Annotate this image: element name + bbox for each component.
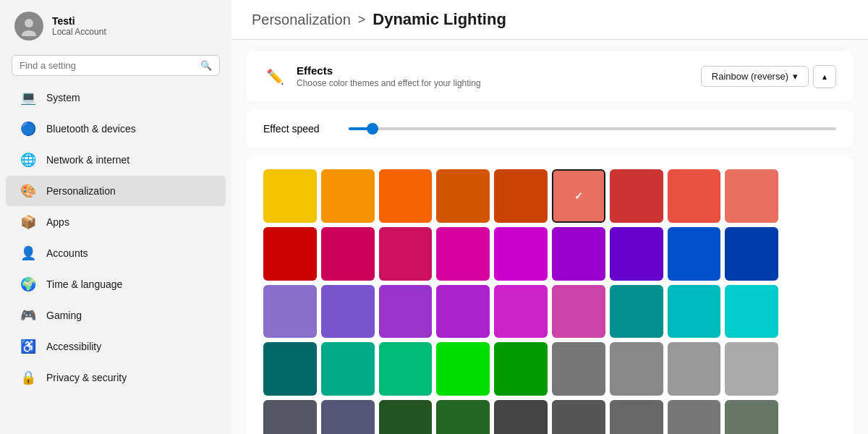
nav-item-apps[interactable]: 📦 Apps	[6, 207, 226, 237]
effects-text: Effects Choose color themes and effect f…	[297, 64, 481, 88]
color-swatch[interactable]	[263, 169, 317, 223]
color-swatch[interactable]	[668, 285, 721, 339]
search-icon: 🔍	[200, 60, 212, 71]
color-swatch[interactable]	[263, 227, 317, 281]
nav-label-network: Network & internet	[46, 154, 129, 166]
nav-icon-bluetooth: 🔵	[20, 121, 36, 137]
color-swatch[interactable]	[321, 400, 375, 434]
color-swatch[interactable]	[494, 342, 548, 396]
slider-container	[349, 127, 836, 130]
nav-item-privacy[interactable]: 🔒 Privacy & security	[6, 362, 226, 393]
speed-label: Effect speed	[263, 123, 320, 135]
color-swatch[interactable]	[552, 285, 605, 339]
color-swatch[interactable]	[263, 342, 317, 396]
sidebar: Testi Local Account 🔍 💻 System 🔵 Bluetoo…	[0, 0, 231, 434]
user-name: Testi	[52, 15, 106, 27]
user-profile: Testi Local Account	[0, 0, 231, 52]
color-swatch[interactable]	[379, 169, 433, 223]
color-swatch[interactable]	[436, 285, 490, 339]
nav-label-privacy: Privacy & security	[46, 372, 127, 383]
user-subtitle: Local Account	[52, 27, 106, 37]
color-swatch[interactable]	[494, 400, 548, 434]
nav-label-bluetooth: Bluetooth & devices	[46, 123, 136, 135]
search-box[interactable]: 🔍	[12, 55, 220, 76]
nav-label-accessibility: Accessibility	[46, 341, 101, 352]
slider-thumb[interactable]	[367, 123, 378, 135]
color-swatch[interactable]	[725, 400, 778, 434]
color-swatch[interactable]	[725, 285, 778, 339]
color-swatch[interactable]	[263, 400, 317, 434]
breadcrumb-parent: Personalization	[252, 12, 351, 28]
chevron-up-icon: ▴	[822, 72, 827, 82]
color-swatch[interactable]	[552, 169, 605, 223]
color-swatch[interactable]	[379, 227, 433, 281]
color-swatch[interactable]	[610, 227, 663, 281]
breadcrumb: Personalization > Dynamic Lighting	[231, 0, 868, 40]
color-swatch[interactable]	[552, 227, 605, 281]
nav-icon-network: 🌐	[20, 152, 36, 168]
color-swatch[interactable]	[668, 342, 721, 396]
color-swatch[interactable]	[610, 400, 663, 434]
color-swatch[interactable]	[610, 342, 663, 396]
color-swatch[interactable]	[436, 227, 490, 281]
nav-item-gaming[interactable]: 🎮 Gaming	[6, 300, 226, 331]
color-swatch[interactable]	[321, 227, 375, 281]
color-swatch[interactable]	[436, 342, 490, 396]
nav-item-personalization[interactable]: 🎨 Personalization	[6, 176, 226, 206]
color-swatch[interactable]	[436, 169, 490, 223]
color-swatch[interactable]	[610, 169, 663, 223]
color-swatch[interactable]	[321, 285, 375, 339]
effects-right: Rainbow (reverse) ▾ ▴	[701, 65, 836, 88]
color-swatch[interactable]	[610, 285, 663, 339]
color-swatch[interactable]	[379, 285, 433, 339]
nav-item-system[interactable]: 💻 System	[6, 82, 226, 113]
breadcrumb-arrow: >	[358, 12, 366, 27]
speed-slider[interactable]	[349, 127, 836, 130]
nav-item-accessibility[interactable]: ♿ Accessibility	[6, 331, 226, 362]
nav-icon-apps: 📦	[20, 214, 36, 230]
effects-dropdown-label: Rainbow (reverse)	[712, 71, 788, 82]
color-swatch[interactable]	[494, 169, 548, 223]
collapse-button[interactable]: ▴	[813, 65, 836, 88]
color-swatch[interactable]	[725, 342, 778, 396]
color-swatch[interactable]	[263, 285, 317, 339]
main-content: Personalization > Dynamic Lighting ✏️ Ef…	[231, 0, 868, 434]
color-swatch[interactable]	[552, 342, 605, 396]
nav-item-bluetooth[interactable]: 🔵 Bluetooth & devices	[6, 114, 226, 144]
color-swatch[interactable]	[494, 285, 548, 339]
color-swatch[interactable]	[725, 169, 778, 223]
nav-label-accounts: Accounts	[46, 247, 88, 259]
nav-icon-gaming: 🎮	[20, 307, 36, 323]
avatar	[14, 12, 43, 41]
color-swatch[interactable]	[725, 227, 778, 281]
color-swatch[interactable]	[379, 400, 433, 434]
color-swatch[interactable]	[436, 400, 490, 434]
effects-subtitle: Choose color themes and effect for your …	[297, 78, 481, 88]
nav-item-network[interactable]: 🌐 Network & internet	[6, 145, 226, 175]
color-swatch[interactable]	[668, 400, 721, 434]
nav-item-time[interactable]: 🌍 Time & language	[6, 269, 226, 299]
color-swatch[interactable]	[668, 227, 721, 281]
nav-icon-time: 🌍	[20, 276, 36, 292]
speed-card: Effect speed	[246, 110, 854, 148]
user-info: Testi Local Account	[52, 15, 106, 37]
effects-left: ✏️ Effects Choose color themes and effec…	[263, 64, 481, 88]
nav-label-time: Time & language	[46, 278, 122, 290]
color-swatch[interactable]	[668, 169, 721, 223]
color-swatch[interactable]	[494, 227, 548, 281]
color-swatch[interactable]	[552, 400, 605, 434]
effects-dropdown[interactable]: Rainbow (reverse) ▾	[701, 66, 809, 87]
nav-list: 💻 System 🔵 Bluetooth & devices 🌐 Network…	[0, 82, 231, 393]
chevron-down-icon: ▾	[793, 71, 798, 82]
nav-label-system: System	[46, 92, 80, 103]
nav-icon-privacy: 🔒	[20, 370, 36, 386]
nav-label-apps: Apps	[46, 216, 69, 228]
color-grid-card	[246, 156, 854, 434]
search-input[interactable]	[20, 60, 195, 71]
effects-title: Effects	[297, 64, 481, 77]
svg-point-0	[25, 19, 33, 27]
nav-item-accounts[interactable]: 👤 Accounts	[6, 238, 226, 268]
color-swatch[interactable]	[321, 342, 375, 396]
color-swatch[interactable]	[321, 169, 375, 223]
color-swatch[interactable]	[379, 342, 433, 396]
